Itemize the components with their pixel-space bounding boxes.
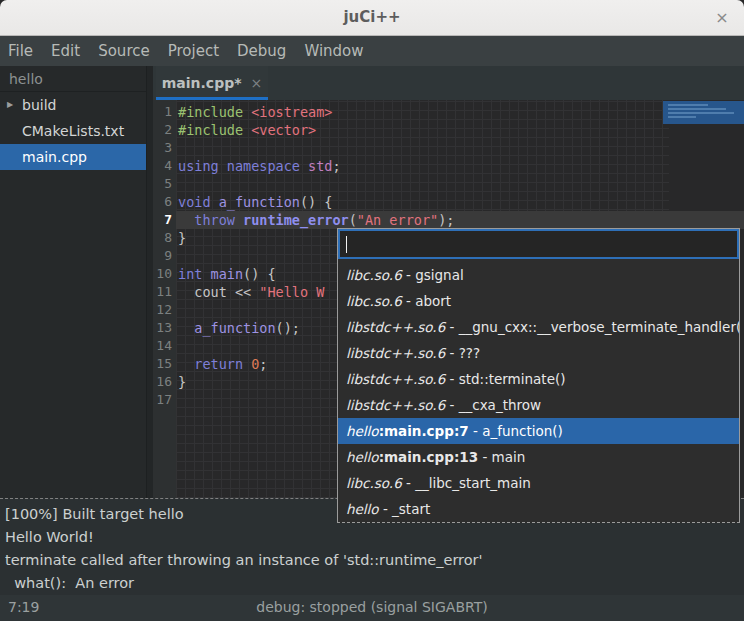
backtrace-symbol: - gsignal [402,267,464,283]
code-overview-popup [663,101,744,124]
file-tree: ▶buildCMakeLists.txtmain.cpp [0,92,146,170]
status-bar: 7:19 debug: stopped (signal SIGABRT) [0,595,744,621]
backtrace-module: hello [346,449,379,465]
menu-file[interactable]: File [8,42,33,60]
menu-debug[interactable]: Debug [237,42,286,60]
app-window: juCi++ × FileEditSourceProjectDebugWindo… [0,0,744,621]
title-bar: juCi++ × [0,0,744,36]
backtrace-module: libc.so.6 [346,267,402,283]
line-number: 4 [153,157,176,175]
line-number: 17 [153,391,176,409]
expander-icon[interactable]: ▶ [7,92,21,118]
backtrace-list: libc.so.6 - gsignallibc.so.6 - abortlibs… [338,259,739,522]
backtrace-module: libstdc++.so.6 [346,397,445,413]
overview-line [668,112,734,114]
backtrace-symbol: - main [478,449,525,465]
backtrace-location: :main.cpp:13 [379,449,478,465]
backtrace-module: libc.so.6 [346,475,402,491]
backtrace-symbol: - __libc_start_main [402,475,531,491]
line-number: 8 [153,229,176,247]
backtrace-item[interactable]: hello:main.cpp:13 - main [338,444,739,470]
line-number: 16 [153,373,176,391]
backtrace-item[interactable]: hello:main.cpp:7 - a_function() [338,418,739,444]
line-number: 1 [153,103,176,121]
line-number: 13 [153,319,176,337]
line-number: 12 [153,301,176,319]
code-line: void a_function() { [178,193,744,211]
line-number-gutter: 1234567891011121314151617 [153,100,176,498]
line-number: 11 [153,283,176,301]
backtrace-item[interactable]: libstdc++.so.6 - __gnu_cxx::__verbose_te… [338,314,739,340]
backtrace-symbol: - ??? [445,345,480,361]
tab-label: main.cpp* [162,75,242,91]
output-line: what(): An error [5,572,744,595]
backtrace-module: libc.so.6 [346,293,402,309]
line-number: 5 [153,175,176,193]
line-number: 10 [153,265,176,283]
close-icon[interactable]: × [712,8,732,28]
overview-line [668,116,696,118]
line-number: 2 [153,121,176,139]
backtrace-item[interactable]: libstdc++.so.6 - std::terminate() [338,366,739,392]
backtrace-item[interactable]: libc.so.6 - gsignal [338,262,739,288]
tree-item-label: build [22,92,56,118]
line-number: 14 [153,337,176,355]
backtrace-item[interactable]: libc.so.6 - abort [338,288,739,314]
project-name: hello [0,66,146,92]
backtrace-item[interactable]: libstdc++.so.6 - ??? [338,340,739,366]
backtrace-symbol: - __cxa_throw [445,397,541,413]
tree-item-label: main.cpp [22,144,87,170]
code-line [178,139,744,157]
code-line: throw runtime_error("An error"); [178,211,744,229]
backtrace-module: hello [346,423,379,439]
menu-project[interactable]: Project [168,42,219,60]
backtrace-symbol: - __gnu_cxx::__verbose_terminate_handler… [445,319,739,335]
tree-item-label: CMakeLists.txt [22,118,124,144]
tree-item-main.cpp[interactable]: main.cpp [0,144,146,170]
menu-source[interactable]: Source [98,42,150,60]
backtrace-location: :main.cpp:7 [379,423,469,439]
backtrace-module: libstdc++.so.6 [346,319,445,335]
tab-main-cpp[interactable]: main.cpp* × [156,66,268,100]
line-number: 9 [153,247,176,265]
backtrace-item[interactable]: libc.so.6 - __libc_start_main [338,470,739,496]
backtrace-search-input[interactable] [338,229,739,259]
backtrace-item[interactable]: libstdc++.so.6 - __cxa_throw [338,392,739,418]
backtrace-popup: libc.so.6 - gsignallibc.so.6 - abortlibs… [337,228,740,523]
backtrace-symbol: - abort [402,293,451,309]
tree-item-build[interactable]: ▶build [0,92,146,118]
debug-status: debug: stopped (signal SIGABRT) [0,599,744,615]
overview-line [668,108,726,110]
output-line: Hello World! [5,526,744,549]
tab-bar: main.cpp* × [153,66,744,100]
line-number: 7 [153,211,176,229]
backtrace-symbol: - a_function() [469,423,563,439]
backtrace-module: hello [346,501,379,517]
backtrace-module: libstdc++.so.6 [346,345,445,361]
tab-close-icon[interactable]: × [251,75,263,91]
code-line [178,175,744,193]
backtrace-symbol: - std::terminate() [445,371,565,387]
menu-bar: FileEditSourceProjectDebugWindow [0,36,744,66]
line-number: 15 [153,355,176,373]
file-tree-panel: hello ▶buildCMakeLists.txtmain.cpp [0,66,147,498]
code-line: using namespace std; [178,157,744,175]
code-line: #include <vector> [178,121,744,139]
code-line: #include <iostream> [178,103,744,121]
text-caret [346,236,347,253]
backtrace-module: libstdc++.so.6 [346,371,445,387]
menu-edit[interactable]: Edit [51,42,80,60]
backtrace-item[interactable]: hello - _start [338,496,739,522]
output-line: terminate called after throwing an insta… [5,549,744,572]
line-number: 3 [153,139,176,157]
overview-line [668,104,708,106]
tree-item-cmakelists.txt[interactable]: CMakeLists.txt [0,118,146,144]
line-number: 6 [153,193,176,211]
window-title: juCi++ [0,8,744,26]
menu-window[interactable]: Window [304,42,363,60]
backtrace-symbol: - _start [379,501,431,517]
